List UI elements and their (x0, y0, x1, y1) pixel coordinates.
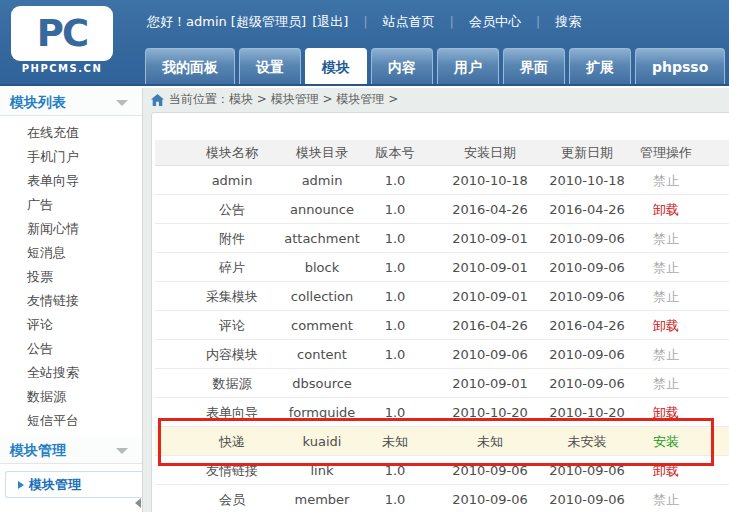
column-header: 版本号 (376, 140, 415, 166)
breadcrumb-path[interactable]: 当前位置：模块 > 模块管理 > 模块管理 > (169, 91, 398, 108)
sidebar-section-module-manage[interactable]: 模块管理 (0, 436, 142, 464)
module-dir-cell: content (297, 340, 347, 369)
action-link[interactable]: 卸载 (653, 311, 679, 340)
update-date-cell: 2010-09-06 (549, 340, 625, 369)
table-row: 采集模块 collection 1.0 2010-09-01 2010-09-0… (155, 282, 729, 311)
module-name-cell: 内容模块 (206, 340, 258, 369)
tab-module[interactable]: 模块 (305, 48, 367, 84)
tab-settings[interactable]: 设置 (239, 48, 301, 84)
install-date-cell: 2010-09-06 (452, 340, 528, 369)
column-header: 更新日期 (561, 140, 613, 166)
user-greeting: 您好！admin [超级管理员] (147, 14, 306, 29)
module-dir-cell: admin (302, 166, 343, 195)
table-header: 模块名称 模块目录 版本号 安装日期 更新日期 管理操作 (155, 140, 729, 166)
search-link[interactable]: 搜索 (555, 14, 581, 29)
update-date-cell: 2016-04-26 (549, 195, 625, 224)
site-home-link[interactable]: 站点首页 (383, 14, 435, 29)
action-link[interactable]: 禁止 (653, 166, 679, 195)
module-name-cell: 公告 (219, 195, 245, 224)
update-date-cell: 2010-09-06 (549, 282, 625, 311)
sidebar-item-comment[interactable]: 评论 (0, 313, 142, 337)
action-link[interactable]: 安装 (653, 427, 679, 456)
module-dir-cell: kuaidi (303, 427, 342, 456)
table-row: admin admin 1.0 2010-10-18 2010-10-18 禁止 (155, 166, 729, 195)
module-table: 模块名称 模块目录 版本号 安装日期 更新日期 管理操作 admin admin… (155, 140, 729, 512)
column-header: 模块目录 (296, 140, 348, 166)
table-row: 友情链接 link 1.0 2010-09-06 2010-09-06 卸载 (155, 456, 729, 485)
tab-content[interactable]: 内容 (371, 48, 433, 84)
install-date-cell: 2010-09-01 (452, 282, 528, 311)
sidebar-list: 在线充值 手机门户 表单向导 广告 新闻心情 短消息 投票 友情链接 评论 公告… (0, 116, 142, 436)
action-link[interactable]: 禁止 (653, 485, 679, 512)
update-date-cell: 2010-10-20 (549, 398, 625, 427)
sidebar-item-vote[interactable]: 投票 (0, 265, 142, 289)
sidebar-item-ads[interactable]: 广告 (0, 193, 142, 217)
update-date-cell: 2010-09-06 (549, 369, 625, 398)
version-cell: 未知 (382, 427, 408, 456)
column-header: 模块名称 (206, 140, 258, 166)
phpcms-admin-window: PC PHPCMS.CN 您好！admin [超级管理员] [退出] | 站点首… (0, 0, 729, 512)
table-row: 评论 comment 1.0 2016-04-26 2016-04-26 卸载 (155, 311, 729, 340)
action-link[interactable]: 禁止 (653, 224, 679, 253)
install-date-cell: 2016-04-26 (452, 311, 528, 340)
tab-interface[interactable]: 界面 (503, 48, 565, 84)
table-row: 碎片 block 1.0 2010-09-01 2010-09-06 禁止 (155, 253, 729, 282)
sidebar-item-online-recharge[interactable]: 在线充值 (0, 121, 142, 145)
module-name-cell: 表单向导 (206, 398, 258, 427)
tab-dashboard[interactable]: 我的面板 (145, 48, 235, 84)
action-link[interactable]: 卸载 (653, 456, 679, 485)
version-cell: 1.0 (385, 398, 406, 427)
table-row: 内容模块 content 1.0 2010-09-06 2010-09-06 禁… (155, 340, 729, 369)
logo-monogram: PC (37, 12, 87, 55)
version-cell: 1.0 (385, 195, 406, 224)
action-link[interactable]: 禁止 (653, 369, 679, 398)
sidebar-collapse-icon[interactable] (135, 498, 141, 508)
sidebar-item-news-mood[interactable]: 新闻心情 (0, 217, 142, 241)
sidebar-section-title: 模块列表 (10, 94, 66, 110)
sidebar-item-friend-links[interactable]: 友情链接 (0, 289, 142, 313)
action-link[interactable]: 禁止 (653, 253, 679, 282)
sidebar-item-module-manage[interactable]: 模块管理 (5, 471, 142, 498)
tab-user[interactable]: 用户 (437, 48, 499, 84)
member-center-link[interactable]: 会员中心 (469, 14, 521, 29)
tab-extension[interactable]: 扩展 (569, 48, 631, 84)
sidebar-item-short-message[interactable]: 短消息 (0, 241, 142, 265)
logo[interactable]: PC (11, 6, 113, 61)
sidebar: 模块列表 在线充值 手机门户 表单向导 广告 新闻心情 短消息 投票 友情链接 … (0, 88, 143, 512)
version-cell: 1.0 (385, 340, 406, 369)
update-date-cell: 2010-09-06 (549, 456, 625, 485)
action-link[interactable]: 禁止 (653, 282, 679, 311)
header: PC PHPCMS.CN 您好！admin [超级管理员] [退出] | 站点首… (0, 0, 729, 86)
action-link[interactable]: 禁止 (653, 340, 679, 369)
sidebar-item-site-search[interactable]: 全站搜索 (0, 361, 142, 385)
update-date-cell: 2010-10-18 (549, 166, 625, 195)
sidebar-item-form-wizard[interactable]: 表单向导 (0, 169, 142, 193)
arrow-right-icon (18, 481, 24, 489)
tab-phpsso[interactable]: phpsso (635, 48, 725, 84)
table-row: 附件 attachment 1.0 2010-09-01 2010-09-06 … (155, 224, 729, 253)
table-row: 数据源 dbsource 2010-09-01 2010-09-06 禁止 (155, 369, 729, 398)
sidebar-section-module-list[interactable]: 模块列表 (0, 88, 142, 116)
module-dir-cell: announce (290, 195, 354, 224)
action-link[interactable]: 卸载 (653, 195, 679, 224)
module-dir-cell: formguide (289, 398, 356, 427)
sidebar-item-dbsource[interactable]: 数据源 (0, 385, 142, 409)
action-link[interactable]: 卸载 (653, 398, 679, 427)
user-bar: 您好！admin [超级管理员] [退出] | 站点首页 | 会员中心 | 搜索 (147, 13, 583, 31)
logout-link[interactable]: [退出] (312, 14, 348, 29)
install-date-cell: 2010-09-06 (452, 485, 528, 512)
sidebar-item-sms-platform[interactable]: 短信平台 (0, 409, 142, 433)
install-date-cell: 2016-04-26 (452, 195, 528, 224)
update-date-cell: 2010-09-06 (549, 253, 625, 282)
install-date-cell: 2010-09-01 (452, 253, 528, 282)
logo-caption: PHPCMS.CN (6, 63, 118, 74)
module-dir-cell: collection (291, 282, 353, 311)
sidebar-item-announce[interactable]: 公告 (0, 337, 142, 361)
table-row: 公告 announce 1.0 2016-04-26 2016-04-26 卸载 (155, 195, 729, 224)
module-name-cell: 评论 (219, 311, 245, 340)
sidebar-item-mobile-portal[interactable]: 手机门户 (0, 145, 142, 169)
version-cell: 1.0 (385, 456, 406, 485)
column-header: 管理操作 (640, 140, 692, 166)
module-dir-cell: link (311, 456, 334, 485)
install-date-cell: 2010-10-20 (452, 398, 528, 427)
